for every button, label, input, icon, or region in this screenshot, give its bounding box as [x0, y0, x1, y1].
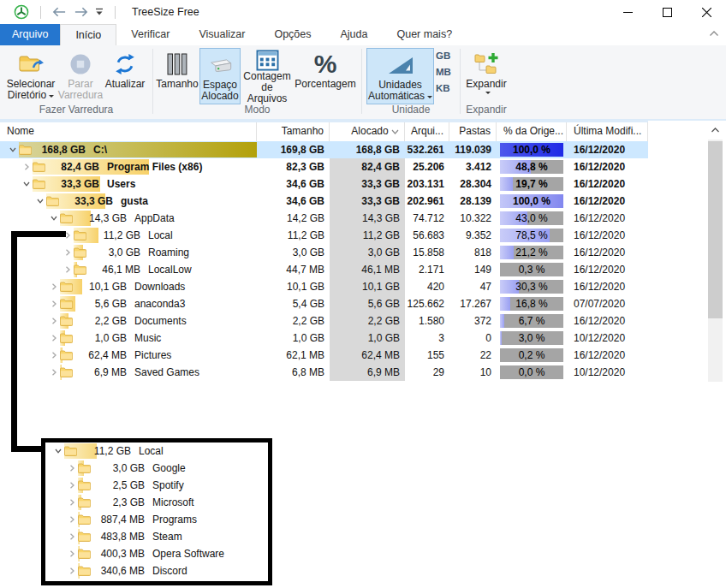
percent-cell: 0,0 %	[497, 364, 567, 381]
inset-row-spotify[interactable]: 2,5 GBSpotify	[45, 477, 266, 494]
expand-chevron-icon[interactable]	[48, 282, 60, 291]
tree-row-local[interactable]: 11,2 GBLocal11,2 GB11,2 GB56.6839.35278,…	[0, 227, 648, 244]
column-header-tamanho[interactable]: Tamanho	[257, 122, 330, 141]
column-header-da-orige[interactable]: % da Orige...	[497, 122, 567, 141]
allocated-space-button[interactable]: Espaço Alocado	[199, 48, 241, 104]
percent-mode-button[interactable]: % Porcentagem	[295, 48, 356, 104]
forward-button[interactable]	[74, 7, 88, 17]
collapse-chevron-icon[interactable]	[21, 180, 33, 188]
expand-chevron-icon[interactable]	[62, 265, 74, 274]
scrollbar-thumb[interactable]	[708, 141, 723, 318]
tab-quer-mais[interactable]: Quer mais?	[382, 24, 467, 45]
column-header-nome[interactable]: Nome	[0, 122, 257, 141]
size-label: 10,1 GB	[75, 278, 127, 295]
expand-chevron-icon[interactable]	[66, 532, 78, 541]
tab-ajuda[interactable]: Ajuda	[326, 24, 383, 45]
folders-cell: 818	[449, 244, 497, 261]
column-header-ltima-modifi[interactable]: Última Modifi...	[567, 122, 648, 141]
tree-row-music[interactable]: 1,0 GBMusic1,0 GB1,0 GB303,0 %10/12/2020	[0, 330, 648, 347]
inset-row-discord[interactable]: 340,6 MBDiscord	[45, 562, 266, 579]
folder-name-label: Programs	[152, 511, 197, 528]
size-mode-button[interactable]: Tamanho	[156, 48, 199, 104]
tree-row-c[interactable]: 168,8 GBC:\169,8 GB168,8 GB532.261119.03…	[0, 141, 648, 158]
column-header-pastas[interactable]: Pastas	[449, 122, 497, 141]
automatic-units-button[interactable]: Unidades Automáticas	[366, 48, 434, 104]
file-count-button[interactable]: Contagem de Arquivos	[241, 48, 294, 104]
customize-toolbar-button[interactable]	[95, 8, 104, 17]
tab-in-cio[interactable]: Início	[60, 24, 116, 45]
column-header-arqui[interactable]: Arqui...	[405, 122, 449, 141]
collapse-chevron-icon[interactable]	[48, 214, 60, 223]
percent-bar: 19,7 %	[500, 177, 563, 191]
folders-cell: 10.322	[449, 210, 497, 227]
expand-chevron-icon[interactable]	[66, 515, 78, 524]
expand-button[interactable]: Expandir	[463, 48, 509, 104]
inset-row-steam[interactable]: 483,8 MBSteam	[45, 528, 266, 545]
expand-chevron-icon[interactable]	[66, 567, 78, 575]
column-header-alocado[interactable]: Alocado	[330, 122, 405, 141]
tree-row-roaming[interactable]: 3,0 GBRoaming3,0 GB3,0 GB15.85881821,2 %…	[0, 244, 648, 261]
tree-row-users[interactable]: 33,3 GBUsers34,6 GB33,3 GB203.13128.3041…	[0, 175, 648, 193]
unit-gb-button[interactable]: GB	[436, 50, 451, 61]
tree-row-gusta[interactable]: 33,3 GBgusta34,6 GB33,3 GB202.96128.1391…	[0, 193, 648, 210]
tab-op-es[interactable]: Opções	[259, 24, 325, 45]
collapse-chevron-icon[interactable]	[7, 146, 19, 154]
allocated-cell: 3,0 GB	[330, 244, 405, 261]
inset-row-local[interactable]: 11,2 GBLocal	[45, 442, 266, 460]
refresh-button[interactable]: Atualizar	[101, 48, 149, 104]
tree-row-downloads[interactable]: 10,1 GBDownloads10,1 GB10,1 GB4204730,3 …	[0, 278, 648, 295]
tree-row-anaconda3[interactable]: 5,6 GBanaconda35,4 GB5,6 GB125.66217.267…	[0, 295, 648, 312]
expand-chevron-icon[interactable]	[66, 464, 78, 472]
folder-name-label: Google	[152, 460, 186, 477]
tab-visualizar[interactable]: Visualizar	[184, 24, 259, 45]
inset-row-opera-software[interactable]: 400,3 MBOpera Software	[45, 545, 266, 562]
tree-row-documents[interactable]: 2,2 GBDocuments2,2 GB2,2 GB1.5803726,7 %…	[0, 312, 648, 330]
size-label: 3,0 GB	[93, 460, 145, 477]
expand-chevron-icon[interactable]	[66, 549, 78, 558]
percent-label: 100,0 %	[500, 143, 563, 157]
name-cell: 887,4 MBPrograms	[45, 511, 266, 528]
percent-bar: 0,2 %	[500, 348, 563, 362]
expand-chevron-icon[interactable]	[48, 368, 60, 377]
percent-label: 19,7 %	[500, 177, 563, 191]
inset-row-microsoft[interactable]: 2,3 GBMicrosoft	[45, 494, 266, 511]
percent-label: 0,3 %	[500, 263, 563, 276]
percent-cell: 6,7 %	[497, 312, 567, 330]
inset-row-google[interactable]: 3,0 GBGoogle	[45, 460, 266, 477]
files-cell: 2.171	[405, 261, 449, 278]
collapse-ribbon-icon[interactable]	[709, 27, 723, 41]
close-button[interactable]	[687, 0, 726, 24]
expand-chevron-icon[interactable]	[21, 163, 33, 171]
expand-chevron-icon[interactable]	[66, 498, 78, 507]
inset-row-programs[interactable]: 887,4 MBPrograms	[45, 511, 266, 528]
modified-date-cell: 16/12/2020	[567, 175, 648, 193]
tree-row-pictures[interactable]: 62,4 MBPictures62,1 MB62,4 MB155220,2 %1…	[0, 347, 648, 364]
vertical-scrollbar[interactable]	[708, 121, 723, 382]
expand-chevron-icon[interactable]	[48, 334, 60, 342]
back-button[interactable]	[52, 7, 67, 17]
expand-chevron-icon[interactable]	[48, 300, 60, 308]
expand-chevron-icon[interactable]	[48, 317, 60, 325]
expand-chevron-icon[interactable]	[48, 351, 60, 359]
unit-kb-button[interactable]: KB	[436, 83, 451, 93]
unit-mb-button[interactable]: MB	[436, 67, 451, 77]
minimize-button[interactable]	[608, 0, 647, 24]
percent-bar: 100,0 %	[500, 194, 563, 208]
expand-folders-icon	[473, 50, 499, 79]
tree-row-saved-games[interactable]: 6,9 MBSaved Games6,8 MB6,9 MB29100,0 %10…	[0, 364, 648, 381]
tab-arquivo[interactable]: Arquivo	[0, 24, 60, 45]
expand-chevron-icon[interactable]	[62, 248, 74, 257]
select-directory-button[interactable]: Selecionar Diretório	[3, 48, 59, 104]
tree-row-appdata[interactable]: 14,3 GBAppData14,2 GB14,3 GB74.71210.322…	[0, 210, 648, 227]
tab-verificar[interactable]: Verificar	[116, 24, 184, 45]
tree-row-locallow[interactable]: 46,1 MBLocalLow44,7 MB46,1 MB2.1711490,3…	[0, 261, 648, 278]
size-label: 340,6 MB	[93, 562, 145, 579]
folder-name-label: Documents	[134, 312, 187, 330]
scroll-up-icon[interactable]	[708, 122, 723, 137]
tree-row-program-files-x86[interactable]: 82,4 GBProgram Files (x86)82,3 GB82,4 GB…	[0, 158, 648, 175]
maximize-button[interactable]	[647, 0, 687, 24]
collapse-chevron-icon[interactable]	[52, 447, 64, 455]
expand-chevron-icon[interactable]	[66, 481, 78, 490]
percent-label: 0,0 %	[500, 365, 563, 379]
collapse-chevron-icon[interactable]	[34, 197, 46, 205]
